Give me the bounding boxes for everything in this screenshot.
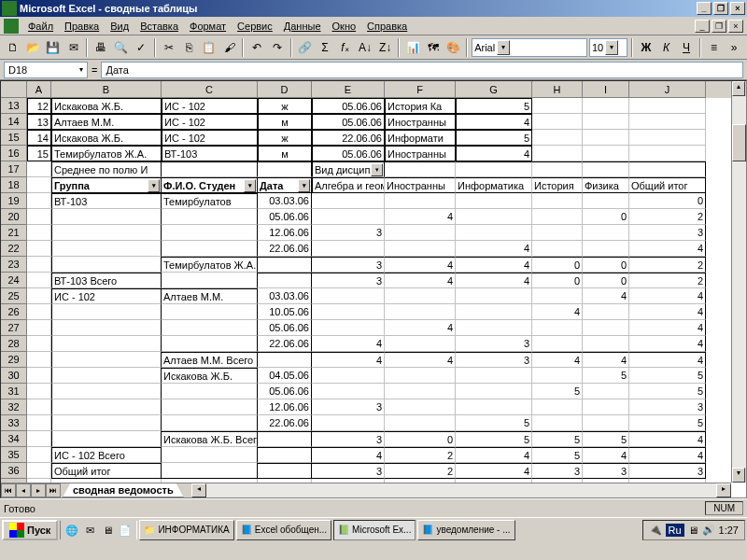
cells-area[interactable]: 12Искакова Ж.Б.ИС - 102ж05.06.06История … — [27, 98, 731, 483]
cell[interactable] — [27, 320, 51, 336]
cell[interactable]: 12.06.06 — [258, 399, 312, 415]
sum-button[interactable]: Σ — [316, 37, 334, 58]
cell[interactable] — [51, 399, 162, 415]
cell[interactable] — [27, 225, 51, 241]
cell[interactable] — [385, 225, 456, 241]
cell[interactable] — [583, 384, 629, 399]
filter-dropdown-button[interactable]: ▾ — [148, 179, 160, 192]
cell[interactable]: История — [532, 177, 583, 193]
cell[interactable]: 4 — [583, 352, 629, 368]
cell[interactable]: 2 — [629, 209, 706, 225]
drawing-button[interactable]: 🎨 — [444, 37, 463, 58]
cell[interactable] — [258, 257, 312, 273]
cell[interactable]: 0 — [583, 257, 629, 273]
cell[interactable] — [258, 161, 312, 177]
cell[interactable] — [456, 399, 532, 415]
cell[interactable]: Информати — [385, 130, 456, 146]
col-header[interactable]: C — [162, 81, 258, 98]
cell[interactable] — [27, 384, 51, 399]
cell[interactable] — [312, 288, 385, 304]
cell[interactable]: Физика — [583, 177, 629, 193]
menu-tools[interactable]: Сервис — [232, 19, 278, 34]
ql-ie-icon[interactable]: 🌐 — [63, 521, 80, 539]
sort-asc-button[interactable]: A↓ — [356, 37, 374, 58]
mail-button[interactable]: ✉ — [64, 37, 83, 58]
doc-close-button[interactable]: × — [728, 20, 743, 33]
row-header[interactable]: 14 — [1, 114, 27, 130]
copy-button[interactable]: ⎘ — [180, 37, 199, 58]
scroll-up-button[interactable]: ▴ — [732, 81, 745, 96]
ql-desktop-icon[interactable]: 🖥 — [99, 521, 116, 539]
cell[interactable] — [258, 431, 312, 447]
tab-next-button[interactable]: ▸ — [31, 483, 46, 497]
cell[interactable]: 5 — [456, 415, 532, 431]
cell[interactable]: Группа▾ — [51, 177, 162, 193]
cell[interactable]: Среднее по полю И — [51, 161, 162, 177]
cell[interactable]: ВТ-103 — [162, 146, 258, 161]
cell[interactable] — [312, 193, 385, 209]
scroll-right-button[interactable]: ▸ — [716, 483, 731, 497]
cell[interactable]: 03.03.06 — [258, 193, 312, 209]
cell[interactable]: 4 — [456, 257, 532, 273]
cell[interactable] — [258, 447, 312, 463]
select-all-corner[interactable] — [1, 81, 27, 98]
row-header[interactable]: 32 — [1, 399, 27, 415]
cell[interactable] — [27, 273, 51, 288]
cell[interactable]: Дата▾ — [258, 177, 312, 193]
cell[interactable] — [51, 368, 162, 384]
cell[interactable] — [456, 304, 532, 320]
tray-icon[interactable]: 🔊 — [702, 524, 715, 536]
open-button[interactable]: 📂 — [24, 37, 43, 58]
cell[interactable]: 4 — [385, 273, 456, 288]
cell[interactable]: Общий итог — [51, 463, 162, 479]
col-header[interactable]: G — [456, 81, 532, 98]
col-header[interactable]: B — [51, 81, 162, 98]
cell[interactable] — [532, 399, 583, 415]
cell[interactable] — [51, 352, 162, 368]
cell[interactable]: 5 — [629, 384, 706, 399]
menu-window[interactable]: Окно — [327, 19, 362, 34]
row-header[interactable]: 17 — [1, 161, 27, 177]
spreadsheet-grid[interactable]: A B C D E F G H I J 13141516171819202122… — [0, 80, 747, 498]
cell[interactable] — [51, 431, 162, 447]
cell[interactable] — [51, 320, 162, 336]
chevron-down-icon[interactable]: ▾ — [605, 40, 618, 55]
cell[interactable]: Искакова Ж.Б. — [162, 368, 258, 384]
cell[interactable] — [532, 288, 583, 304]
row-header[interactable]: 36 — [1, 463, 27, 479]
row-header[interactable]: 34 — [1, 431, 27, 447]
cell[interactable] — [583, 130, 629, 146]
cell[interactable]: 4 — [312, 336, 385, 352]
cell[interactable] — [162, 304, 258, 320]
cell[interactable]: 05.06.06 — [312, 146, 385, 161]
cell[interactable] — [312, 209, 385, 225]
menu-insert[interactable]: Вставка — [134, 19, 184, 34]
cell[interactable] — [385, 399, 456, 415]
doc-minimize-button[interactable]: _ — [695, 20, 710, 33]
cell[interactable] — [583, 161, 629, 177]
cell[interactable] — [532, 98, 583, 114]
cell[interactable] — [27, 177, 51, 193]
cell[interactable] — [51, 209, 162, 225]
cell[interactable] — [385, 288, 456, 304]
menu-edit[interactable]: Правка — [59, 19, 105, 34]
cell[interactable] — [583, 320, 629, 336]
cell[interactable]: 5 — [532, 384, 583, 399]
menu-data[interactable]: Данные — [278, 19, 327, 34]
doc-restore-button[interactable]: ❐ — [712, 20, 726, 33]
sheet-tab[interactable]: сводная ведомость — [63, 483, 184, 497]
cell[interactable] — [532, 193, 583, 209]
cell[interactable]: 4 — [583, 288, 629, 304]
cell[interactable] — [162, 399, 258, 415]
clock[interactable]: 1:27 — [719, 525, 739, 536]
cell[interactable]: 4 — [532, 304, 583, 320]
cell[interactable] — [629, 98, 706, 114]
filter-dropdown-button[interactable]: ▾ — [371, 163, 383, 176]
map-button[interactable]: 🗺 — [424, 37, 443, 58]
cell[interactable]: 4 — [456, 463, 532, 479]
cell[interactable] — [532, 161, 583, 177]
menu-view[interactable]: Вид — [105, 19, 134, 34]
cell[interactable]: 3 — [312, 257, 385, 273]
cell[interactable]: Ф.И.О. Студен▾ — [162, 177, 258, 193]
cell[interactable]: 4 — [629, 352, 706, 368]
